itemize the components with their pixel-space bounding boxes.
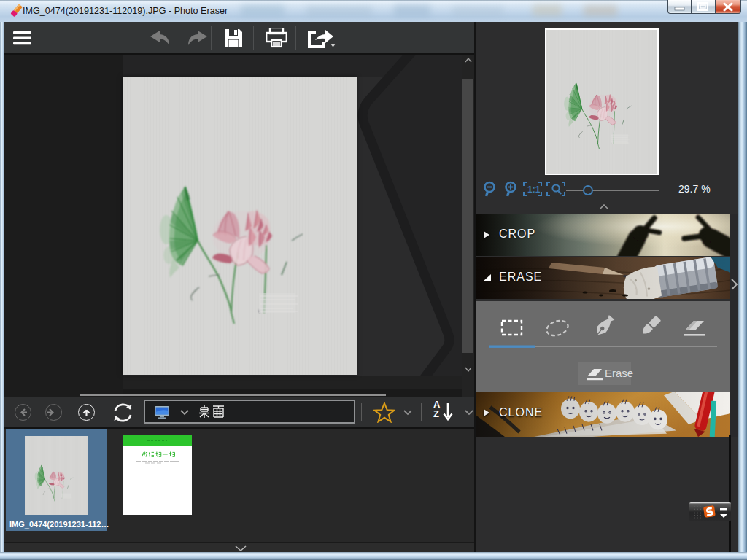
svg-text:1:1: 1:1 bbox=[527, 184, 541, 195]
